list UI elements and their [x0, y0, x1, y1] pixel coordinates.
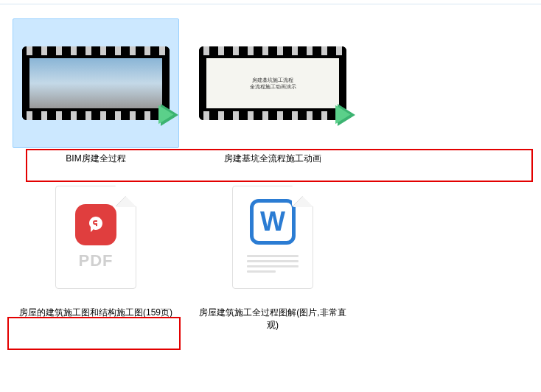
file-label: 房建基坑全流程施工动画 — [188, 153, 357, 165]
thumb-wrap: 房建基坑施工流程全流程施工动画演示 — [189, 18, 356, 148]
file-item-pdf[interactable]: PDF 房屋的建筑施工图和结构施工图(159页) — [11, 172, 181, 319]
file-item-video-1[interactable]: BIM房建全过程 — [11, 18, 181, 165]
play-icon — [330, 100, 360, 130]
doc-line — [247, 265, 299, 267]
file-item-video-2[interactable]: 房建基坑施工流程全流程施工动画演示 房建基坑全流程施工动画 — [188, 18, 357, 165]
preview-text: 房建基坑施工流程全流程施工动画演示 — [220, 77, 326, 90]
word-letter: W — [260, 206, 285, 237]
doc-icon-word: W — [232, 186, 313, 289]
doc-line — [247, 255, 299, 257]
film-frame: 房建基坑施工流程全流程施工动画演示 — [199, 46, 346, 120]
film-sprocket-top — [22, 46, 170, 55]
file-label: 房屋建筑施工全过程图解(图片,非常直观) — [188, 307, 357, 332]
pdf-badge-icon — [75, 204, 116, 245]
doc-page: W — [232, 186, 313, 289]
file-item-word[interactable]: W 房屋建筑施工全过程图解(图片,非常直观) — [188, 172, 357, 332]
file-label: 房屋的建筑施工图和结构施工图(159页) — [11, 307, 181, 319]
pdf-text-label: PDF — [79, 251, 114, 270]
doc-thumbnail: PDF — [15, 175, 177, 300]
video-thumbnail: 房建基坑施工流程全流程施工动画演示 — [192, 43, 354, 124]
window-header-strip — [0, 0, 541, 4]
page-corner-fold — [292, 186, 313, 207]
file-grid: BIM房建全过程 房建基坑施工流程全流程施工动画演示 房建基坑全流程施工动画 — [0, 0, 541, 342]
word-badge-icon: W — [250, 199, 296, 245]
doc-thumbnail: W — [192, 175, 354, 300]
video-preview: 房建基坑施工流程全流程施工动画演示 — [206, 58, 339, 108]
film-sprocket-bottom — [199, 111, 346, 120]
file-label: BIM房建全过程 — [11, 153, 181, 165]
film-frame — [22, 46, 170, 120]
doc-text-lines — [247, 252, 299, 276]
video-preview — [29, 58, 162, 108]
play-icon — [153, 100, 183, 130]
doc-line — [247, 260, 299, 262]
doc-icon-pdf: PDF — [55, 186, 136, 289]
video-thumbnail — [15, 43, 177, 124]
doc-line — [247, 270, 276, 273]
thumb-wrap — [13, 18, 179, 148]
page-corner-fold — [115, 186, 136, 207]
thumb-wrap: W — [189, 172, 356, 302]
film-sprocket-bottom — [22, 111, 170, 120]
thumb-wrap: PDF — [13, 172, 179, 302]
doc-page: PDF — [55, 186, 136, 289]
film-sprocket-top — [199, 46, 346, 55]
